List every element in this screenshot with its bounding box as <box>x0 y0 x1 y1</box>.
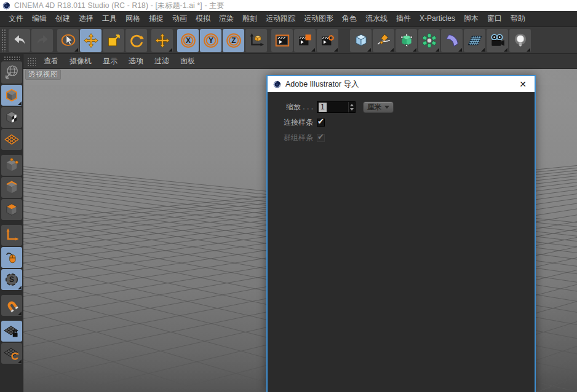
scale-tool-button[interactable] <box>103 29 124 52</box>
make-editable-button[interactable] <box>1 61 22 84</box>
camera-icon <box>490 33 506 49</box>
viewport-menu-filter[interactable]: 过滤 <box>149 54 175 68</box>
menu-tools[interactable]: 工具 <box>98 11 121 26</box>
render-settings-button[interactable] <box>317 29 338 52</box>
palette-grip[interactable] <box>4 56 20 61</box>
floor-environment-button[interactable] <box>464 29 485 52</box>
lock-y-axis-button[interactable]: Y <box>200 29 221 52</box>
light-button[interactable] <box>509 29 531 52</box>
render-view-button[interactable] <box>271 29 293 52</box>
menu-help[interactable]: 帮助 <box>506 11 530 26</box>
mode-palette: S <box>0 54 23 392</box>
dialog-title: Adobe Illustrator 导入 <box>285 79 513 90</box>
menu-mesh[interactable]: 网格 <box>121 11 145 26</box>
camera-button[interactable] <box>487 29 508 52</box>
menu-xparticles[interactable]: X-Particles <box>415 11 460 26</box>
cinema4d-window: CINEMA 4D R18.011 Studio (RC - R18) - [未… <box>0 0 577 392</box>
viewport-menu-grip[interactable] <box>27 57 36 66</box>
cinema4d-logo-icon <box>2 2 10 10</box>
points-mode-button[interactable] <box>1 155 22 176</box>
edges-mode-button[interactable] <box>1 177 22 198</box>
workplane-rotate-button[interactable] <box>1 343 22 364</box>
group-splines-checkbox: ✔ <box>317 134 325 142</box>
viewport-menu-options[interactable]: 选项 <box>123 54 149 68</box>
scale-label: 缩放 . . . <box>276 102 313 112</box>
undo-button[interactable] <box>9 29 30 52</box>
menu-snap[interactable]: 捕捉 <box>145 11 168 26</box>
axis-mode-icon <box>4 227 20 243</box>
spinner-up-icon <box>350 104 354 106</box>
array-generator-icon <box>421 33 437 49</box>
polygons-mode-icon <box>4 202 20 218</box>
connect-splines-checkbox[interactable]: ✔ <box>317 119 325 127</box>
selection-filter-button[interactable]: S <box>1 269 22 290</box>
viewport-solo-button[interactable] <box>1 247 22 268</box>
dialog-titlebar[interactable]: Adobe Illustrator 导入 ✕ <box>268 76 535 92</box>
unit-dropdown[interactable]: 厘米 <box>363 101 394 113</box>
redo-button[interactable] <box>31 29 53 52</box>
live-selection-button[interactable] <box>57 29 79 52</box>
scale-spinner[interactable] <box>348 102 355 112</box>
add-cube-button[interactable] <box>350 29 372 52</box>
pen-spline-button[interactable] <box>373 29 394 52</box>
undo-group <box>9 29 53 52</box>
menu-simulate[interactable]: 模拟 <box>191 11 215 26</box>
tool-group <box>57 29 147 52</box>
axis-lock-group: X Y Z <box>177 29 267 52</box>
close-icon[interactable]: ✕ <box>517 77 528 92</box>
live-selection-icon <box>60 33 76 49</box>
last-used-tool-button[interactable] <box>151 29 173 52</box>
scale-row: 缩放 . . . 1 厘米 <box>268 101 535 113</box>
bend-deformer-button[interactable] <box>441 29 463 52</box>
last-tool-group <box>151 29 173 52</box>
menu-script[interactable]: 脚本 <box>460 11 483 26</box>
render-to-picture-viewer-button[interactable] <box>294 29 316 52</box>
menu-animate[interactable]: 动画 <box>168 11 191 26</box>
workplane-mode-button[interactable] <box>1 129 22 150</box>
menu-render[interactable]: 渲染 <box>215 11 238 26</box>
main-toolbar: X Y Z <box>0 27 577 54</box>
group-splines-row: 群组样条 ✔ <box>268 132 535 144</box>
selection-filter-s-icon: S <box>4 272 20 288</box>
menu-window[interactable]: 窗口 <box>483 11 506 26</box>
coordinate-system-button[interactable] <box>245 29 267 52</box>
menu-mograph[interactable]: 运动图形 <box>300 11 338 26</box>
menu-pipeline[interactable]: 流水线 <box>361 11 392 26</box>
menu-character[interactable]: 角色 <box>338 11 361 26</box>
magnet-icon <box>4 297 20 313</box>
menu-plugins[interactable]: 插件 <box>392 11 415 26</box>
subdivision-surface-icon <box>399 33 415 49</box>
enable-snap-button[interactable] <box>1 295 22 316</box>
menu-file[interactable]: 文件 <box>4 11 28 26</box>
model-mode-button[interactable] <box>1 85 22 106</box>
pen-icon <box>376 33 392 49</box>
menu-motion-tracker[interactable]: 运动跟踪 <box>261 11 300 26</box>
points-mode-icon <box>4 157 20 173</box>
lock-z-axis-button[interactable]: Z <box>223 29 244 52</box>
texture-mode-button[interactable] <box>1 107 22 128</box>
check-icon: ✔ <box>317 132 324 141</box>
workplane-lock-button[interactable] <box>1 321 22 342</box>
lock-x-axis-button[interactable]: X <box>177 29 199 52</box>
viewport-menu-cameras[interactable]: 摄像机 <box>64 54 97 68</box>
scale-input[interactable]: 1 <box>317 101 356 113</box>
rotate-tool-button[interactable] <box>125 29 147 52</box>
subdivision-surface-button[interactable] <box>396 29 417 52</box>
svg-text:X: X <box>186 36 191 45</box>
menu-edit[interactable]: 编辑 <box>28 11 51 26</box>
toolbar-grip[interactable] <box>1 29 7 52</box>
menu-select[interactable]: 选择 <box>74 11 98 26</box>
group-splines-label: 群组样条 <box>276 133 313 143</box>
viewport-menu-view[interactable]: 查看 <box>38 54 64 68</box>
menu-sculpt[interactable]: 雕刻 <box>238 11 261 26</box>
menu-bar: 文件 编辑 创建 选择 工具 网格 捕捉 动画 模拟 渲染 雕刻 运动跟踪 运动… <box>0 11 577 27</box>
array-generator-button[interactable] <box>418 29 440 52</box>
axis-mode-button[interactable] <box>1 225 22 246</box>
move-tool-button[interactable] <box>80 29 101 52</box>
scale-icon <box>106 33 122 49</box>
polygons-mode-button[interactable] <box>1 199 22 220</box>
menu-create[interactable]: 创建 <box>51 11 74 26</box>
viewport-menu-panel[interactable]: 面板 <box>175 54 201 68</box>
viewport-menu-display[interactable]: 显示 <box>97 54 123 68</box>
mouse-icon <box>4 249 20 265</box>
